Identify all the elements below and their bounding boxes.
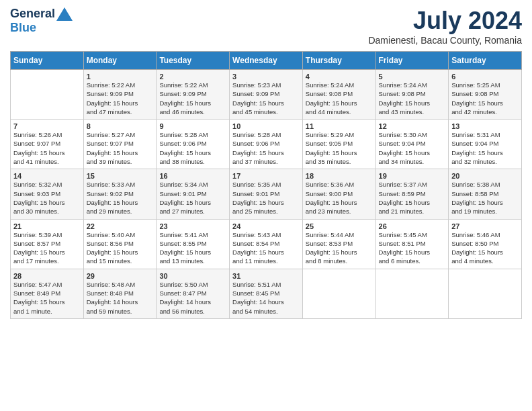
day-number: 20 xyxy=(451,172,519,180)
table-row: 4Sunrise: 5:24 AM Sunset: 9:08 PM Daylig… xyxy=(302,70,375,120)
calendar-week-row: 21Sunrise: 5:39 AM Sunset: 8:57 PM Dayli… xyxy=(11,219,522,269)
location: Damienesti, Bacau County, Romania xyxy=(368,35,522,46)
col-thursday: Thursday xyxy=(302,52,375,70)
table-row: 17Sunrise: 5:35 AM Sunset: 9:01 PM Dayli… xyxy=(230,169,303,219)
day-info: Sunrise: 5:28 AM Sunset: 9:06 PM Dayligh… xyxy=(232,130,300,166)
day-number: 15 xyxy=(87,172,154,180)
day-info: Sunrise: 5:44 AM Sunset: 8:53 PM Dayligh… xyxy=(306,230,373,266)
day-number: 30 xyxy=(159,272,226,280)
day-number: 21 xyxy=(13,222,81,230)
logo-blue-text: Blue xyxy=(10,21,36,35)
table-row xyxy=(375,269,449,318)
table-row: 10Sunrise: 5:28 AM Sunset: 9:06 PM Dayli… xyxy=(230,120,303,169)
day-number: 3 xyxy=(232,73,300,81)
table-row: 15Sunrise: 5:33 AM Sunset: 9:02 PM Dayli… xyxy=(83,169,157,219)
table-row: 7Sunrise: 5:26 AM Sunset: 9:07 PM Daylig… xyxy=(11,120,84,169)
day-info: Sunrise: 5:30 AM Sunset: 9:04 PM Dayligh… xyxy=(379,130,446,166)
day-number: 17 xyxy=(232,172,300,180)
day-number: 23 xyxy=(159,222,226,230)
table-row xyxy=(11,70,84,120)
day-info: Sunrise: 5:28 AM Sunset: 9:06 PM Dayligh… xyxy=(159,130,226,166)
table-row: 13Sunrise: 5:31 AM Sunset: 9:04 PM Dayli… xyxy=(449,120,522,169)
table-row: 1Sunrise: 5:22 AM Sunset: 9:09 PM Daylig… xyxy=(83,70,157,120)
header: General Blue July 2024 Damienesti, Bacau… xyxy=(10,7,522,46)
calendar-week-row: 7Sunrise: 5:26 AM Sunset: 9:07 PM Daylig… xyxy=(11,120,522,169)
day-info: Sunrise: 5:24 AM Sunset: 9:08 PM Dayligh… xyxy=(379,81,446,116)
col-friday: Friday xyxy=(375,52,449,70)
calendar-week-row: 14Sunrise: 5:32 AM Sunset: 9:03 PM Dayli… xyxy=(11,169,522,219)
title-section: July 2024 Damienesti, Bacau County, Roma… xyxy=(368,7,522,46)
day-info: Sunrise: 5:31 AM Sunset: 9:04 PM Dayligh… xyxy=(451,130,519,166)
table-row: 31Sunrise: 5:51 AM Sunset: 8:45 PM Dayli… xyxy=(230,269,303,318)
calendar-week-row: 1Sunrise: 5:22 AM Sunset: 9:09 PM Daylig… xyxy=(11,70,522,120)
table-row: 23Sunrise: 5:41 AM Sunset: 8:55 PM Dayli… xyxy=(157,219,230,269)
day-number: 26 xyxy=(379,222,446,230)
table-row: 19Sunrise: 5:37 AM Sunset: 8:59 PM Dayli… xyxy=(375,169,449,219)
day-number: 31 xyxy=(232,272,300,280)
day-number: 8 xyxy=(87,122,154,130)
logo: General Blue xyxy=(10,7,73,35)
day-info: Sunrise: 5:26 AM Sunset: 9:07 PM Dayligh… xyxy=(13,130,81,166)
day-info: Sunrise: 5:47 AM Sunset: 8:49 PM Dayligh… xyxy=(13,280,81,316)
day-info: Sunrise: 5:23 AM Sunset: 9:09 PM Dayligh… xyxy=(232,81,300,116)
day-info: Sunrise: 5:50 AM Sunset: 8:47 PM Dayligh… xyxy=(159,280,226,316)
calendar-week-row: 28Sunrise: 5:47 AM Sunset: 8:49 PM Dayli… xyxy=(11,269,522,318)
day-number: 24 xyxy=(232,222,300,230)
day-info: Sunrise: 5:51 AM Sunset: 8:45 PM Dayligh… xyxy=(232,280,300,316)
day-info: Sunrise: 5:39 AM Sunset: 8:57 PM Dayligh… xyxy=(13,230,81,266)
table-row: 3Sunrise: 5:23 AM Sunset: 9:09 PM Daylig… xyxy=(230,70,303,120)
day-info: Sunrise: 5:48 AM Sunset: 8:48 PM Dayligh… xyxy=(87,280,154,316)
day-number: 19 xyxy=(379,172,446,180)
day-number: 14 xyxy=(13,172,81,180)
table-row: 16Sunrise: 5:34 AM Sunset: 9:01 PM Dayli… xyxy=(157,169,230,219)
table-row xyxy=(449,269,522,318)
day-info: Sunrise: 5:40 AM Sunset: 8:56 PM Dayligh… xyxy=(87,230,154,266)
table-row: 12Sunrise: 5:30 AM Sunset: 9:04 PM Dayli… xyxy=(375,120,449,169)
table-row: 29Sunrise: 5:48 AM Sunset: 8:48 PM Dayli… xyxy=(83,269,157,318)
day-number: 10 xyxy=(232,122,300,130)
table-row: 26Sunrise: 5:45 AM Sunset: 8:51 PM Dayli… xyxy=(375,219,449,269)
logo-icon xyxy=(56,7,73,21)
day-info: Sunrise: 5:27 AM Sunset: 9:07 PM Dayligh… xyxy=(87,130,154,166)
day-number: 7 xyxy=(13,122,81,130)
day-info: Sunrise: 5:22 AM Sunset: 9:09 PM Dayligh… xyxy=(87,81,154,116)
day-number: 12 xyxy=(379,122,446,130)
day-number: 11 xyxy=(306,122,373,130)
day-info: Sunrise: 5:22 AM Sunset: 9:09 PM Dayligh… xyxy=(159,81,226,116)
col-sunday: Sunday xyxy=(11,52,84,70)
day-info: Sunrise: 5:33 AM Sunset: 9:02 PM Dayligh… xyxy=(87,180,154,216)
table-row xyxy=(302,269,375,318)
page-container: General Blue July 2024 Damienesti, Bacau… xyxy=(0,0,532,326)
day-info: Sunrise: 5:38 AM Sunset: 8:58 PM Dayligh… xyxy=(451,180,519,216)
day-number: 22 xyxy=(87,222,154,230)
col-wednesday: Wednesday xyxy=(230,52,303,70)
table-row: 2Sunrise: 5:22 AM Sunset: 9:09 PM Daylig… xyxy=(157,70,230,120)
day-number: 29 xyxy=(87,272,154,280)
day-info: Sunrise: 5:32 AM Sunset: 9:03 PM Dayligh… xyxy=(13,180,81,216)
calendar-table: Sunday Monday Tuesday Wednesday Thursday… xyxy=(10,51,522,319)
table-row: 5Sunrise: 5:24 AM Sunset: 9:08 PM Daylig… xyxy=(375,70,449,120)
day-number: 28 xyxy=(13,272,81,280)
day-number: 18 xyxy=(306,172,373,180)
day-info: Sunrise: 5:24 AM Sunset: 9:08 PM Dayligh… xyxy=(306,81,373,116)
calendar-header-row: Sunday Monday Tuesday Wednesday Thursday… xyxy=(11,52,522,70)
logo-general-text: General xyxy=(10,7,55,21)
day-info: Sunrise: 5:45 AM Sunset: 8:51 PM Dayligh… xyxy=(379,230,446,266)
table-row: 22Sunrise: 5:40 AM Sunset: 8:56 PM Dayli… xyxy=(83,219,157,269)
day-number: 27 xyxy=(451,222,519,230)
day-info: Sunrise: 5:46 AM Sunset: 8:50 PM Dayligh… xyxy=(451,230,519,266)
table-row: 27Sunrise: 5:46 AM Sunset: 8:50 PM Dayli… xyxy=(449,219,522,269)
day-number: 4 xyxy=(306,73,373,81)
table-row: 24Sunrise: 5:43 AM Sunset: 8:54 PM Dayli… xyxy=(230,219,303,269)
day-info: Sunrise: 5:37 AM Sunset: 8:59 PM Dayligh… xyxy=(379,180,446,216)
day-info: Sunrise: 5:25 AM Sunset: 9:08 PM Dayligh… xyxy=(451,81,519,116)
table-row: 9Sunrise: 5:28 AM Sunset: 9:06 PM Daylig… xyxy=(157,120,230,169)
table-row: 28Sunrise: 5:47 AM Sunset: 8:49 PM Dayli… xyxy=(11,269,84,318)
day-info: Sunrise: 5:41 AM Sunset: 8:55 PM Dayligh… xyxy=(159,230,226,266)
table-row: 14Sunrise: 5:32 AM Sunset: 9:03 PM Dayli… xyxy=(11,169,84,219)
day-number: 9 xyxy=(159,122,226,130)
day-info: Sunrise: 5:29 AM Sunset: 9:05 PM Dayligh… xyxy=(306,130,373,166)
day-number: 5 xyxy=(379,73,446,81)
table-row: 21Sunrise: 5:39 AM Sunset: 8:57 PM Dayli… xyxy=(11,219,84,269)
day-info: Sunrise: 5:43 AM Sunset: 8:54 PM Dayligh… xyxy=(232,230,300,266)
